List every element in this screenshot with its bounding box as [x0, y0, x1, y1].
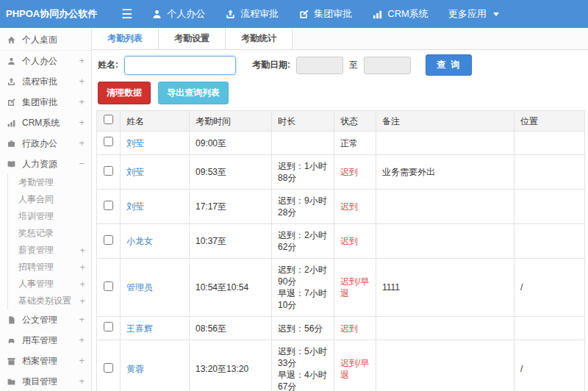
name-input[interactable]	[124, 56, 236, 75]
top-header: PHPOA协同办公软件 ☰ 个人办公流程审批集团审批CRM系统更多应用	[0, 0, 588, 28]
app-logo[interactable]: PHPOA协同办公软件	[0, 7, 92, 21]
row-checkbox[interactable]	[104, 201, 113, 210]
table-row: 王喜辉08:56至迟到：56分迟到	[97, 317, 585, 340]
duration-cell: 迟到：2小时90分早退：7小时10分	[272, 259, 334, 317]
expand-icon: +	[77, 355, 85, 367]
search-form: 姓名: 考勤日期: 至 查 询	[92, 50, 588, 80]
tab-attendance-list[interactable]: 考勤列表	[92, 28, 159, 49]
row-checkbox[interactable]	[104, 281, 113, 291]
sidebar: 个人桌面个人办公+流程审批+集团审批+CRM系统+行政办公+人力资源−考勤管理人…	[0, 28, 92, 391]
date-start-input[interactable]	[296, 57, 343, 74]
duration-cell: 迟到：9小时28分	[272, 190, 334, 224]
sidebar-subitem-personnel-mgmt[interactable]: 人事管理+	[8, 276, 91, 293]
sidebar-item-personal-desktop[interactable]: 个人桌面	[0, 29, 91, 51]
sidebar-subitem-label: 招聘管理	[18, 262, 78, 273]
sidebar-subitem-training-mgmt[interactable]: 培训管理	[8, 208, 91, 225]
sidebar-item-workflow-approval[interactable]: 流程审批+	[0, 71, 91, 92]
status-badge: 迟到/早退	[340, 358, 369, 380]
nav-item-more-apps[interactable]: 更多应用	[448, 7, 499, 21]
row-checkbox[interactable]	[104, 137, 113, 146]
sidebar-item-label: 流程审批	[22, 76, 72, 87]
nav-item-personal-office[interactable]: 个人办公	[151, 7, 205, 21]
location-cell	[514, 155, 585, 190]
chart-icon	[372, 9, 383, 20]
sidebar-item-project-mgmt[interactable]: 项目管理+	[0, 371, 91, 391]
attendance-time-cell: 10:54至10:54	[190, 259, 272, 317]
table-row: 刘莹17:17至迟到：9小时28分迟到	[97, 190, 585, 224]
sidebar-item-archive-mgmt[interactable]: 档案管理+	[0, 351, 91, 371]
sidebar-subitem-attendance-mgmt[interactable]: 考勤管理	[8, 174, 91, 191]
sidebar-item-document-mgmt[interactable]: 公文管理+	[0, 309, 91, 330]
duration-line: 早退：7小时10分	[278, 287, 328, 311]
sidebar-subitem-label: 人事管理	[18, 279, 78, 290]
row-checkbox[interactable]	[104, 322, 113, 331]
query-button[interactable]: 查 询	[426, 54, 472, 76]
column-header: 时长	[272, 111, 334, 132]
status-badge: 迟到	[340, 167, 358, 177]
column-header: 备注	[376, 111, 514, 132]
duration-line: 迟到：9小时28分	[278, 195, 328, 218]
sidebar-item-group-approval[interactable]: 集团审批+	[0, 92, 91, 112]
sidebar-item-admin-office[interactable]: 行政办公+	[0, 133, 91, 154]
sidebar-subitem-label: 培训管理	[18, 211, 78, 222]
sidebar-subitem-salary-mgmt[interactable]: 薪资管理+	[8, 242, 91, 259]
duration-cell	[272, 132, 334, 155]
status-badge: 迟到	[340, 201, 358, 212]
expand-icon: +	[78, 262, 85, 273]
column-header: 位置	[514, 111, 585, 132]
tab-attendance-stats[interactable]: 考勤统计	[226, 28, 293, 49]
location-cell	[514, 317, 585, 340]
status-badge: 迟到	[340, 236, 358, 246]
sidebar-item-human-resources[interactable]: 人力资源−	[0, 154, 91, 174]
attendance-time-cell: 13:20至13:20	[190, 340, 272, 391]
nav-item-workflow-approval[interactable]: 流程审批	[225, 7, 279, 21]
sidebar-item-vehicle-mgmt[interactable]: 用车管理+	[0, 330, 91, 351]
select-all-checkbox[interactable]	[104, 115, 113, 124]
nav-item-group-approval[interactable]: 集团审批	[298, 7, 352, 21]
row-checkbox[interactable]	[104, 166, 113, 176]
clean-data-button[interactable]: 清理数据	[98, 82, 151, 104]
employee-name-link[interactable]: 刘莹	[126, 201, 144, 212]
car-icon	[7, 336, 16, 345]
sidebar-subitem-base-category[interactable]: 基础类别设置+	[8, 293, 91, 309]
sidebar-subitem-recruit-mgmt[interactable]: 招聘管理+	[8, 259, 91, 276]
folder-icon	[7, 377, 16, 387]
sidebar-subitem-hr-contract[interactable]: 人事合同	[8, 191, 91, 208]
employee-name-link[interactable]: 管理员	[126, 282, 153, 293]
menu-toggle-icon[interactable]: ☰	[121, 8, 132, 21]
employee-name-link[interactable]: 王喜辉	[126, 323, 153, 334]
remark-cell	[376, 132, 514, 155]
nav-item-label: 流程审批	[240, 7, 279, 21]
nav-item-crm-system[interactable]: CRM系统	[372, 7, 429, 21]
row-checkbox[interactable]	[104, 235, 113, 245]
attendance-time-cell: 08:56至	[190, 317, 272, 340]
date-end-input[interactable]	[364, 57, 411, 74]
sidebar-item-crm-system[interactable]: CRM系统+	[0, 112, 91, 133]
attendance-time-cell: 17:17至	[190, 190, 272, 224]
expand-icon: +	[78, 279, 85, 290]
location-cell	[514, 190, 585, 224]
employee-name-link[interactable]: 刘莹	[126, 167, 144, 177]
employee-name-link[interactable]: 黄蓉	[126, 364, 144, 374]
duration-line: 迟到：2小时90分	[278, 264, 328, 287]
duration-line: 早退：4小时67分	[278, 369, 328, 391]
expand-icon: +	[78, 245, 85, 256]
sidebar-subitem-label: 薪资管理	[18, 245, 78, 256]
employee-name-link[interactable]: 小龙女	[126, 236, 153, 246]
expand-icon: +	[77, 334, 85, 346]
duration-line: 迟到：5小时33分	[278, 345, 328, 369]
person-icon	[7, 57, 16, 66]
sidebar-item-personal-office[interactable]: 个人办公+	[0, 51, 91, 71]
person-icon	[151, 9, 162, 20]
to-label: 至	[349, 59, 358, 71]
tab-attendance-settings[interactable]: 考勤设置	[159, 28, 226, 49]
sidebar-subitem-reward-punish[interactable]: 奖惩记录	[8, 225, 91, 242]
export-list-button[interactable]: 导出查询列表	[158, 82, 229, 104]
doc-icon	[7, 315, 16, 325]
duration-cell: 迟到：56分	[272, 317, 334, 340]
row-checkbox[interactable]	[104, 363, 113, 373]
expand-icon: +	[77, 55, 85, 67]
employee-name-link[interactable]: 刘莹	[126, 138, 144, 148]
expand-icon: +	[77, 117, 85, 129]
duration-cell: 迟到：1小时88分	[272, 155, 334, 190]
